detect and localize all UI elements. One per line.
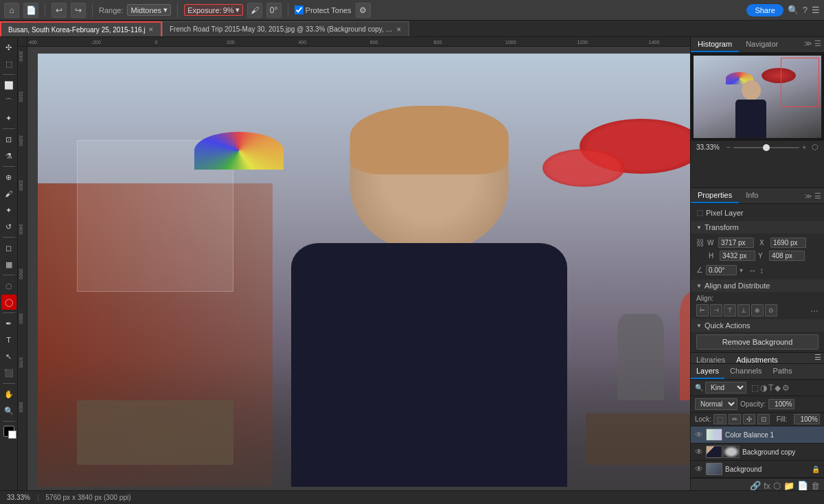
settings-icon[interactable]: ☰ [812, 5, 820, 15]
eyedropper-tool[interactable]: ⚗ [1, 148, 16, 163]
align-center-h[interactable]: ⊣ [710, 304, 722, 317]
hand-tool[interactable]: ✋ [1, 387, 16, 402]
foreground-color[interactable] [3, 426, 14, 437]
range-dropdown[interactable]: Midtones ▾ [127, 4, 171, 16]
tab-properties[interactable]: Properties [691, 188, 739, 203]
layer-color-balance[interactable]: 👁 Color Balance 1 [691, 426, 824, 444]
gradient-tool[interactable]: ▦ [1, 257, 16, 272]
blend-mode-select[interactable]: Normal Multiply Screen [695, 398, 737, 410]
layer-bg-copy[interactable]: 👁 Background copy [691, 444, 824, 461]
new-group-icon[interactable]: 📁 [783, 481, 794, 490]
layer-background[interactable]: 👁 Background 🔒 [691, 461, 824, 478]
dodge-tool[interactable]: ◯ [1, 295, 16, 310]
protect-tones-checkbox[interactable]: Protect Tones [295, 5, 352, 14]
magic-wand-tool[interactable]: ✦ [1, 111, 16, 126]
protect-tones-input[interactable] [295, 5, 304, 14]
lock-artboard[interactable]: ⊡ [757, 414, 770, 424]
share-button[interactable]: Share [746, 4, 783, 16]
move-tool[interactable]: ✣ [1, 40, 16, 55]
text-tool[interactable]: T [1, 332, 16, 347]
settings-btn[interactable]: ⚙ [356, 3, 371, 18]
pen-tool[interactable]: ✒ [1, 316, 16, 331]
tab-1[interactable]: Busan, South Korea-February 25, 2015-116… [0, 21, 162, 36]
zoom-max-icon[interactable]: ⬡ [812, 143, 819, 152]
tab-2[interactable]: French Road Trip 2015-May 30, 2015.jpg @… [162, 21, 409, 36]
crop-tool[interactable]: ⊡ [1, 132, 16, 147]
delete-layer-icon[interactable]: 🗑 [811, 481, 820, 490]
shape-tool[interactable]: ⬛ [1, 365, 16, 380]
tab-channels[interactable]: Channels [724, 364, 767, 379]
x-input[interactable] [770, 238, 806, 248]
tab-layers[interactable]: Layers [691, 364, 724, 379]
eraser-tool[interactable]: ◻ [1, 240, 16, 255]
zoom-out-icon[interactable]: − [726, 144, 731, 151]
tab-histogram[interactable]: Histogram [691, 37, 739, 52]
transform-section-header[interactable]: ▼ Transform [691, 221, 824, 233]
tab-paths[interactable]: Paths [768, 364, 798, 379]
lasso-tool[interactable]: ⌒ [1, 94, 16, 109]
adj-filter-icon[interactable]: ◑ [760, 383, 767, 393]
panel-menu-btn[interactable]: ☰ [814, 192, 821, 201]
quick-actions-header[interactable]: ▼ Quick Actions [691, 319, 824, 332]
align-bottom[interactable]: ⊙ [765, 304, 777, 317]
panel-expand-icon[interactable]: ≫ [804, 39, 812, 50]
align-center-v[interactable]: ⊕ [751, 304, 764, 317]
lock-move[interactable]: ✣ [743, 414, 755, 424]
search-icon[interactable]: 🔍 [788, 5, 799, 15]
brush-tool-btn[interactable]: 🖌 [247, 3, 262, 18]
new-layer-icon[interactable]: 📄 [797, 481, 808, 490]
stamp-tool[interactable]: ✦ [1, 203, 16, 218]
pixel-filter-icon[interactable]: ⬚ [751, 383, 759, 393]
align-section-header[interactable]: ▼ Align and Distribute [691, 279, 824, 292]
opacity-input[interactable] [768, 399, 794, 409]
add-mask-icon[interactable]: ⬡ [773, 481, 781, 490]
width-input[interactable] [718, 238, 754, 248]
angle-btn[interactable]: 0° [266, 3, 282, 18]
align-right[interactable]: ⊤ [724, 304, 736, 317]
tab-navigator[interactable]: Navigator [739, 37, 785, 52]
tab-info[interactable]: Info [739, 188, 765, 203]
redo-btn[interactable]: ↪ [71, 3, 86, 18]
brush-tool[interactable]: 🖌 [1, 186, 16, 201]
height-input[interactable] [720, 251, 755, 261]
visibility-icon-3[interactable]: 👁 [695, 464, 703, 474]
exposure-control[interactable]: Exposure: 9% ▾ [184, 4, 242, 16]
tab-1-close[interactable]: ✕ [148, 26, 154, 33]
heal-tool[interactable]: ⊕ [1, 170, 16, 185]
lock-checkerboard[interactable]: ⬚ [713, 414, 726, 424]
tab-adjustments[interactable]: Adjustments [731, 353, 783, 363]
new-doc-btn[interactable]: 📄 [23, 3, 38, 18]
zoom-slider-thumb[interactable] [763, 144, 770, 151]
path-select-tool[interactable]: ↖ [1, 349, 16, 364]
zoom-tool[interactable]: 🔍 [1, 403, 16, 418]
blur-tool[interactable]: ◌ [1, 278, 16, 293]
tab-libraries[interactable]: Libraries [691, 353, 731, 363]
shape-filter-icon[interactable]: ◆ [775, 383, 781, 393]
undo-btn[interactable]: ↩ [52, 3, 67, 18]
zoom-slider[interactable] [733, 147, 799, 148]
nav-thumbnail[interactable] [694, 56, 821, 138]
link-layers-icon[interactable]: 🔗 [750, 481, 761, 490]
zoom-in-icon[interactable]: + [802, 144, 806, 151]
add-style-icon[interactable]: fx [764, 481, 770, 490]
panel-menu-icon[interactable]: ☰ [814, 39, 821, 50]
home-btn[interactable]: ⌂ [4, 3, 19, 18]
visibility-icon-1[interactable]: 👁 [695, 430, 703, 439]
align-top[interactable]: ⊥ [737, 304, 750, 317]
align-left[interactable]: ⊢ [696, 304, 709, 317]
flip-v-icon[interactable]: ↕ [759, 266, 764, 275]
help-icon[interactable]: ? [803, 5, 808, 15]
angle-input[interactable] [706, 265, 737, 275]
flip-h-icon[interactable]: ↔ [748, 266, 757, 275]
panel-expand-btn[interactable]: ≫ [805, 192, 812, 200]
y-input[interactable] [769, 251, 805, 261]
adj-menu-icon[interactable]: ☰ [814, 353, 824, 363]
artboard-tool[interactable]: ⬚ [1, 56, 16, 71]
fill-input[interactable] [794, 414, 820, 424]
visibility-icon-2[interactable]: 👁 [695, 447, 703, 457]
remove-background-btn[interactable]: Remove Background [696, 334, 819, 350]
lock-brush[interactable]: ✏ [729, 414, 741, 424]
layers-kind-select[interactable]: Kind [705, 382, 746, 393]
smart-filter-icon[interactable]: ⚙ [782, 383, 790, 393]
tab-2-close[interactable]: ✕ [396, 26, 402, 33]
